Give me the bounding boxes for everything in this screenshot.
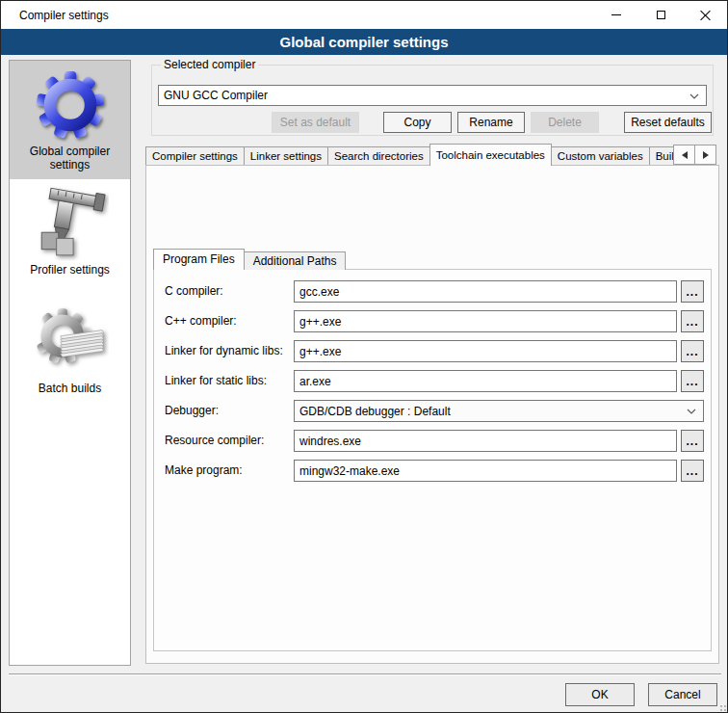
field-label: Linker for static libs:	[165, 370, 267, 392]
arrow-right-icon	[703, 151, 709, 159]
set-as-default-button: Set as default	[272, 112, 359, 133]
field-row-resource-compiler: Resource compiler: windres.exe ...	[1, 430, 728, 452]
tab-scroll-left-button[interactable]	[673, 145, 695, 165]
blue-gear-icon	[32, 67, 109, 143]
make-program-input[interactable]: mingw32-make.exe	[294, 460, 677, 482]
selected-compiler-group-label: Selected compiler	[161, 58, 258, 71]
field-value: g++.exe	[299, 345, 341, 358]
field-value: g++.exe	[299, 315, 341, 329]
tab-program-files[interactable]: Program Files	[153, 249, 245, 270]
field-value: windres.exe	[299, 435, 361, 448]
field-row-make-program: Make program: mingw32-make.exe ...	[1, 460, 728, 482]
field-label: Debugger:	[165, 400, 219, 422]
tab-toolchain-executables[interactable]: Toolchain executables	[429, 144, 552, 166]
copy-button[interactable]: Copy	[383, 112, 452, 133]
compiler-select-value: GNU GCC Compiler	[164, 89, 268, 102]
compiler-settings-dialog: Compiler settings Global compiler settin…	[0, 0, 728, 713]
make-program-browse-button[interactable]: ...	[681, 460, 704, 482]
sidebar-item-label: Global compiler settings	[10, 145, 130, 179]
settings-category-list: Global compiler settings	[9, 60, 131, 666]
c-compiler-input[interactable]: gcc.exe	[294, 280, 677, 303]
field-label: C compiler:	[165, 280, 223, 303]
program-files-tabs: Program Files Additional Paths	[153, 249, 345, 270]
tab-additional-paths[interactable]: Additional Paths	[244, 251, 347, 270]
chevron-down-icon	[689, 93, 699, 99]
page-title: Global compiler settings	[1, 29, 727, 55]
field-row-cpp-compiler: C++ compiler: g++.exe ...	[1, 310, 728, 332]
field-label: C++ compiler:	[165, 310, 237, 332]
window-title: Compiler settings	[19, 9, 109, 22]
arrow-left-icon	[682, 151, 688, 159]
linker-static-browse-button[interactable]: ...	[681, 370, 704, 392]
field-label: Resource compiler:	[165, 430, 264, 452]
compiler-options-tabs: Compiler settings Linker settings Search…	[145, 144, 687, 166]
cpp-compiler-input[interactable]: g++.exe	[294, 310, 677, 332]
field-value: GDB/CDB debugger : Default	[299, 405, 451, 418]
tab-scroll-arrows	[673, 145, 715, 165]
debugger-select[interactable]: GDB/CDB debugger : Default	[294, 400, 704, 422]
tab-custom-variables[interactable]: Custom variables	[551, 146, 650, 166]
delete-button: Delete	[531, 112, 599, 133]
field-row-linker-static: Linker for static libs: ar.exe ...	[1, 370, 728, 392]
rename-button[interactable]: Rename	[457, 112, 525, 133]
field-label: Linker for dynamic libs:	[165, 340, 283, 362]
maximize-icon	[657, 11, 665, 19]
sidebar-item-profiler-settings[interactable]: Profiler settings	[10, 179, 130, 284]
linker-dynamic-input[interactable]: g++.exe	[294, 340, 677, 362]
tab-search-directories[interactable]: Search directories	[327, 146, 430, 166]
close-icon	[700, 10, 711, 20]
titlebar[interactable]: Compiler settings	[1, 1, 727, 29]
field-row-debugger: Debugger: GDB/CDB debugger : Default	[1, 400, 728, 422]
reset-defaults-button[interactable]: Reset defaults	[624, 112, 712, 133]
c-compiler-browse-button[interactable]: ...	[681, 280, 704, 303]
field-value: ar.exe	[299, 375, 331, 388]
maximize-button[interactable]	[638, 1, 683, 29]
ok-button[interactable]: OK	[565, 683, 635, 706]
minimize-icon	[611, 14, 621, 15]
cancel-button[interactable]: Cancel	[648, 683, 717, 706]
field-value: mingw32-make.exe	[299, 464, 400, 478]
footer-separator	[9, 673, 721, 675]
tab-linker-settings[interactable]: Linker settings	[244, 146, 328, 166]
tab-compiler-settings[interactable]: Compiler settings	[145, 146, 245, 166]
sidebar-item-global-compiler-settings[interactable]: Global compiler settings	[10, 61, 130, 179]
field-row-linker-dynamic: Linker for dynamic libs: g++.exe ...	[1, 340, 728, 362]
field-row-c-compiler: C compiler: gcc.exe ...	[1, 280, 728, 303]
minimize-button[interactable]	[594, 1, 638, 29]
close-button[interactable]	[683, 1, 727, 29]
caliper-icon	[32, 186, 109, 261]
tab-scroll-right-button[interactable]	[694, 145, 716, 165]
cpp-compiler-browse-button[interactable]: ...	[681, 310, 704, 332]
field-value: gcc.exe	[299, 285, 339, 299]
compiler-select[interactable]: GNU GCC Compiler	[158, 85, 707, 106]
field-label: Make program:	[165, 460, 243, 482]
resource-compiler-input[interactable]: windres.exe	[294, 430, 677, 452]
selected-compiler-group: Selected compiler GNU GCC Compiler Set a…	[151, 65, 714, 136]
resize-grip[interactable]	[720, 705, 722, 707]
linker-dynamic-browse-button[interactable]: ...	[681, 340, 704, 362]
linker-static-input[interactable]: ar.exe	[294, 370, 677, 392]
resource-compiler-browse-button[interactable]: ...	[681, 430, 704, 452]
window-controls	[594, 1, 727, 29]
chevron-down-icon	[687, 409, 696, 414]
